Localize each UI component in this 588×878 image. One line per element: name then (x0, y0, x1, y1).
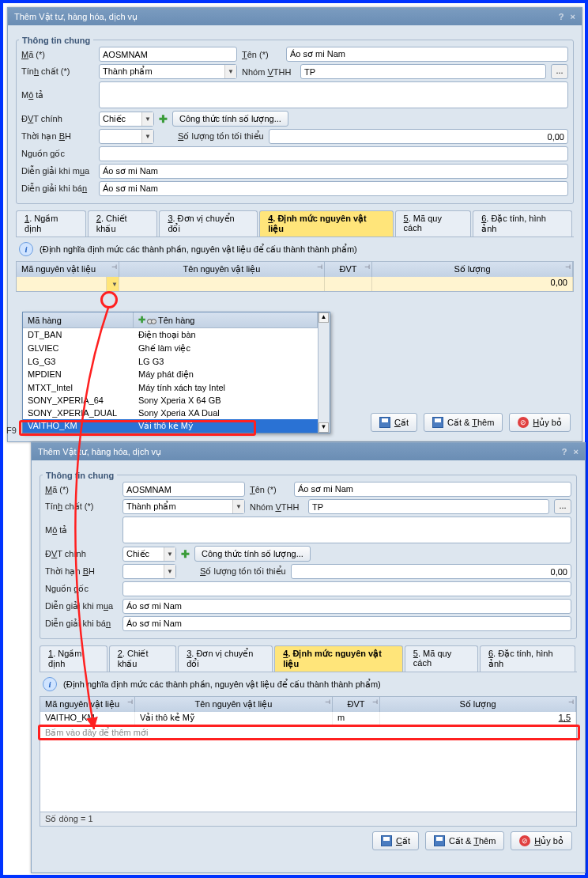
chevron-down-icon: ▼ (224, 65, 236, 78)
save-button[interactable]: Cất (372, 831, 419, 850)
dropdown-col-name[interactable]: ✚ Tên hàng (134, 312, 318, 327)
bom-grid-filled: Mã nguyên vật liệu⊣ Tên nguyên vật liệu⊣… (40, 696, 577, 827)
tab-attr[interactable]: 6. Đặc tính, hình ảnh (480, 645, 575, 672)
tab-spec[interactable]: 5. Mã quy cách (395, 210, 472, 237)
plus-icon[interactable]: ✚ (138, 315, 145, 325)
desc-textarea[interactable] (99, 81, 568, 108)
grid-editing-row[interactable]: ▼ 0,00 (17, 277, 573, 291)
save-button[interactable]: Cất (371, 413, 417, 432)
group-input[interactable] (308, 499, 549, 514)
col-material-code[interactable]: Mã nguyên vật liệu⊣ (40, 697, 135, 712)
search-icon[interactable] (147, 316, 156, 324)
cancel-icon: ⊘ (519, 835, 530, 846)
warranty-combo[interactable]: ▼ (99, 129, 154, 144)
tab-uom[interactable]: 3. Đơn vị chuyển đổi (178, 645, 273, 672)
tab-spec[interactable]: 5. Mã quy cách (405, 645, 478, 672)
label-code: Mã (*) (45, 485, 118, 494)
dropdown-item[interactable]: GLVIECGhế làm việc (23, 342, 318, 355)
tab-uom[interactable]: 3. Đơn vị chuyển đổi (159, 210, 258, 237)
tab-default[interactable]: 1. Ngầm định (16, 210, 86, 237)
grid-footer: Số dòng = 1 (40, 812, 576, 826)
notebuy-input[interactable] (99, 164, 568, 179)
table-row[interactable]: VAITHO_KM Vải thô kẻ Mỹ m 1,5 (40, 712, 576, 726)
save-add-button[interactable]: Cất & Thêm (425, 831, 504, 850)
minstock-input[interactable] (291, 564, 571, 579)
pin-icon: ⊣ (111, 263, 117, 271)
plus-icon[interactable]: ✚ (159, 113, 168, 125)
help-icon[interactable]: ? (562, 447, 567, 456)
dropdown-item[interactable]: MPDIENMáy phát điện (23, 368, 318, 381)
dropdown-item[interactable]: VAITHO_KMVải thô kẻ Mỹ (23, 419, 318, 433)
label-desc: Mô tả (21, 90, 94, 100)
titlebar[interactable]: Thêm Vật tư, hàng hóa, dịch vụ ? × (8, 8, 582, 25)
group-browse-button[interactable]: ... (551, 64, 568, 79)
label-name: Tên (*) (250, 485, 289, 494)
scroll-up-icon[interactable]: ▲ (318, 312, 329, 323)
origin-input[interactable] (122, 581, 571, 596)
notesell-input[interactable] (99, 181, 568, 196)
code-input[interactable] (122, 482, 245, 497)
notesell-input[interactable] (122, 616, 571, 631)
nature-combo[interactable]: Thành phẩm ▼ (99, 64, 237, 79)
close-icon[interactable]: × (574, 447, 579, 456)
code-input[interactable] (99, 47, 237, 62)
scroll-down-icon[interactable]: ▼ (318, 422, 329, 433)
dropdown-item[interactable]: LG_G3LG G3 (23, 355, 318, 368)
grid-hint-row[interactable]: Bấm vào đây để thêm mới (40, 726, 576, 740)
label-notebuy: Diễn giải khi mua (45, 601, 118, 611)
tabs: 1. Ngầm định 2. Chiết khấu 3. Đơn vị chu… (16, 210, 574, 237)
col-uom[interactable]: ĐVT⊣ (333, 697, 380, 712)
col-material-code[interactable]: Mã nguyên vật liệu⊣ (17, 262, 119, 277)
scrollbar[interactable]: ▲ ▼ (318, 312, 330, 433)
dropdown-trigger[interactable]: ▼ (107, 277, 119, 291)
tab-bom[interactable]: 4. Định mức nguyên vật liệu (274, 645, 403, 672)
col-qty[interactable]: Số lượng⊣ (372, 262, 573, 277)
name-input[interactable] (286, 47, 568, 62)
label-warranty: Thời hạn BH (21, 131, 94, 142)
dropdown-col-code[interactable]: Mã hàng (23, 312, 134, 327)
group-input[interactable] (300, 64, 546, 79)
tab-bom[interactable]: 4. Định mức nguyên vật liệu (259, 210, 393, 237)
dropdown-item[interactable]: DT_BANĐiện thoại bàn (23, 328, 318, 342)
dropdown-item[interactable]: SONY_XPERIA_DUALSony Xperia XA Dual (23, 407, 318, 419)
tab-default[interactable]: 1. Ngầm định (40, 645, 107, 672)
dropdown-item[interactable]: SONY_XPERIA_64Sony Xperia X 64 GB (23, 394, 318, 407)
desc-textarea[interactable] (122, 517, 571, 543)
cancel-button[interactable]: ⊘Hủy bỏ (511, 831, 572, 850)
save-add-button[interactable]: Cất & Thêm (424, 413, 503, 432)
notebuy-input[interactable] (122, 599, 571, 614)
formula-button[interactable]: Công thức tính số lượng... (194, 546, 311, 562)
col-material-name[interactable]: Tên nguyên vật liệu⊣ (135, 697, 333, 712)
origin-input[interactable] (99, 146, 568, 161)
bom-grid: Mã nguyên vật liệu⊣ Tên nguyên vật liệu⊣… (16, 261, 574, 292)
unit-combo[interactable]: Chiếc ▼ (99, 112, 154, 127)
label-code: Mã (*) (21, 50, 94, 59)
label-notesell: Diễn giải khi bán (45, 619, 118, 629)
col-qty[interactable]: Số lượng⊣ (380, 697, 576, 712)
tab-attr[interactable]: 6. Đặc tính, hình ảnh (473, 210, 572, 237)
tab-discount[interactable]: 2. Chiết khấu (109, 645, 176, 672)
col-uom[interactable]: ĐVT⊣ (325, 262, 372, 277)
dropdown-item[interactable]: MTXT_IntelMáy tính xách tay Intel (23, 381, 318, 394)
help-icon[interactable]: ? (559, 12, 564, 21)
dialog-bottom: Thêm Vật tư, hàng hóa, dịch vụ ? × Thông… (31, 442, 586, 873)
pin-icon: ⊣ (127, 698, 133, 706)
cancel-button[interactable]: ⊘Hủy bỏ (509, 413, 571, 432)
minstock-input[interactable] (269, 129, 568, 144)
nature-combo[interactable]: Thành phẩm▼ (122, 499, 245, 514)
formula-button[interactable]: Công thức tính số lượng... (172, 111, 288, 127)
col-material-name[interactable]: Tên nguyên vật liệu⊣ (119, 262, 325, 277)
close-icon[interactable]: × (571, 12, 575, 21)
group-browse-button[interactable]: ... (554, 499, 571, 514)
unit-combo[interactable]: Chiếc▼ (122, 547, 176, 562)
name-input[interactable] (294, 482, 571, 497)
f9-label: F9 (6, 426, 17, 435)
plus-icon[interactable]: ✚ (181, 548, 190, 560)
tab-discount[interactable]: 2. Chiết khấu (88, 210, 158, 237)
chevron-down-icon: ▼ (141, 112, 153, 126)
label-minstock: Số lượng tồn tối thiểu (200, 566, 286, 577)
pin-icon: ⊣ (565, 263, 571, 271)
info-icon: i (19, 242, 33, 256)
warranty-combo[interactable]: ▼ (122, 564, 176, 579)
titlebar[interactable]: Thêm Vật tư, hàng hóa, dịch vụ ? × (32, 443, 585, 460)
